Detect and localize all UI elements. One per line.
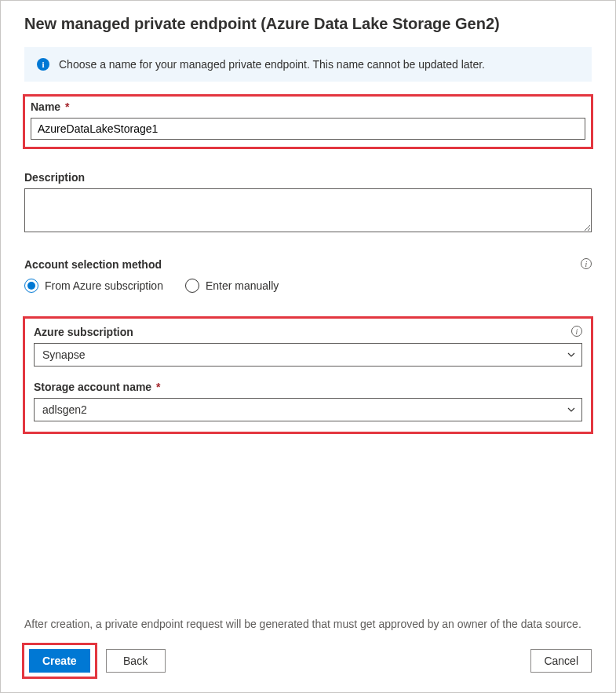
required-marker: *	[65, 100, 69, 113]
create-highlight: Create	[24, 645, 95, 677]
storage-account-select[interactable]: adlsgen2	[34, 398, 582, 421]
description-field-group: Description	[24, 171, 592, 235]
account-method-label: Account selection method	[24, 258, 592, 271]
info-banner: i Choose a name for your managed private…	[24, 47, 592, 82]
radio-from-subscription[interactable]: From Azure subscription	[24, 279, 163, 293]
description-input[interactable]	[24, 188, 592, 232]
radio-from-subscription-label: From Azure subscription	[45, 279, 163, 292]
footer-note: After creation, a private endpoint reque…	[24, 617, 592, 633]
storage-account-select-wrap: adlsgen2	[34, 398, 582, 421]
footer-buttons: Create Back Cancel	[24, 645, 592, 677]
subscription-select-wrap: Synapse	[34, 343, 582, 367]
radio-icon	[24, 279, 38, 293]
radio-icon	[185, 279, 199, 293]
name-input[interactable]	[31, 118, 585, 140]
description-label: Description	[24, 171, 592, 184]
subscription-field: Azure subscription i Synapse	[34, 326, 582, 367]
cancel-button[interactable]: Cancel	[530, 649, 592, 673]
name-field-group: Name *	[24, 96, 592, 148]
panel-root: New managed private endpoint (Azure Data…	[0, 0, 616, 693]
account-method-radio-row: From Azure subscription Enter manually	[24, 279, 592, 293]
subscription-storage-group: Azure subscription i Synapse Storage acc…	[24, 318, 592, 432]
info-icon: i	[37, 58, 49, 71]
info-icon[interactable]: i	[571, 326, 582, 337]
back-button[interactable]: Back	[106, 649, 166, 673]
name-label: Name *	[31, 100, 585, 113]
required-marker: *	[156, 381, 160, 393]
account-method-group: Account selection method i From Azure su…	[24, 258, 592, 293]
radio-enter-manually-label: Enter manually	[206, 279, 279, 292]
storage-account-label: Storage account name *	[34, 381, 582, 393]
storage-account-label-text: Storage account name	[34, 381, 151, 393]
subscription-label: Azure subscription	[34, 326, 582, 338]
create-button[interactable]: Create	[29, 649, 90, 673]
info-icon[interactable]: i	[581, 258, 592, 269]
name-label-text: Name	[31, 100, 60, 113]
radio-enter-manually[interactable]: Enter manually	[185, 279, 279, 293]
info-banner-text: Choose a name for your managed private e…	[59, 58, 485, 71]
page-title: New managed private endpoint (Azure Data…	[24, 15, 592, 33]
storage-account-field: Storage account name * adlsgen2	[34, 381, 582, 421]
subscription-select[interactable]: Synapse	[34, 343, 582, 367]
